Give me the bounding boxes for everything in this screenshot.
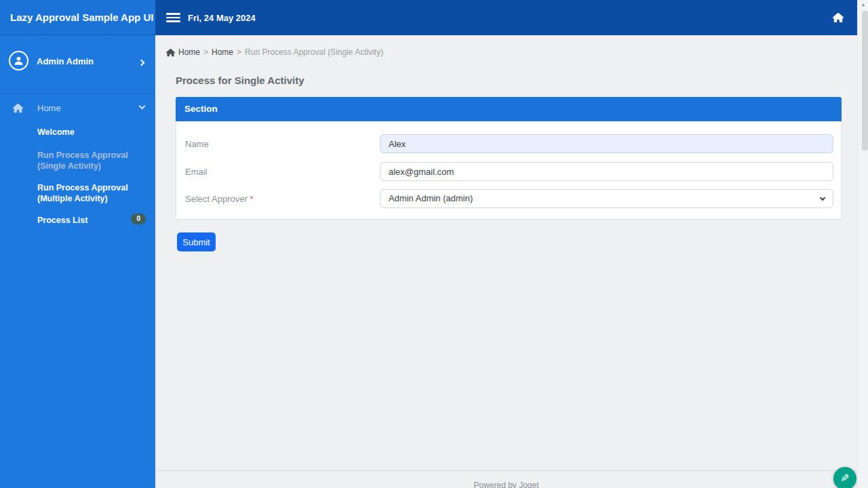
app-title: Lazy Approval Sample App UI (0, 0, 155, 35)
user-name: Admin Admin (37, 56, 94, 66)
form-row-name: Name (176, 134, 841, 153)
topbar: Fri, 24 May 2024 (155, 0, 857, 35)
breadcrumb-separator: > (203, 47, 208, 57)
form-row-approver: Select Approver * Admin Admin (admin) (176, 189, 841, 208)
menu-toggle-icon[interactable] (166, 13, 180, 22)
sidebar-item-run-process-multiple[interactable]: Run Process Approval (Multiple Activity) (37, 182, 146, 204)
user-profile[interactable]: Admin Admin (0, 36, 155, 94)
section-header: Section (176, 97, 842, 121)
breadcrumb-home[interactable]: Home (178, 47, 200, 57)
process-list-count-badge[interactable]: 0 (131, 214, 146, 224)
sidebar-home-label: Home (37, 103, 61, 113)
form-body: Name Email Select Approver * Admin Admin… (176, 121, 842, 220)
chevron-down-icon (820, 195, 825, 201)
scrollbar[interactable]: ▲ (857, 0, 868, 488)
name-label: Name (185, 139, 209, 149)
approver-select[interactable]: Admin Admin (admin) (380, 189, 833, 208)
chevron-right-icon[interactable] (138, 60, 145, 66)
home-icon (166, 48, 175, 57)
form-card: Section Name Email Select Approver * Adm… (176, 97, 842, 220)
required-asterisk: * (250, 194, 253, 204)
avatar[interactable] (9, 51, 28, 70)
footer: Powered by Joget (155, 470, 857, 488)
sidebar-item-run-process-single[interactable]: Run Process Approval (Single Activity) (37, 150, 146, 171)
approver-label: Select Approver * (185, 194, 253, 204)
pencil-icon: ✎ (840, 467, 849, 488)
sidebar-item-process-list[interactable]: Process List (37, 215, 146, 226)
breadcrumb-current: Run Process Approval (Single Activity) (245, 47, 383, 57)
topbar-date: Fri, 24 May 2024 (188, 13, 256, 23)
edit-fab-button[interactable]: ✎ (833, 467, 856, 488)
scroll-up-icon[interactable]: ▲ (858, 2, 868, 7)
approver-selected-value: Admin Admin (admin) (389, 193, 473, 203)
sidebar: Lazy Approval Sample App UI Admin Admin … (0, 0, 155, 488)
breadcrumb-home-2[interactable]: Home (212, 47, 233, 57)
breadcrumb-separator: > (237, 47, 241, 57)
user-icon (12, 54, 25, 67)
email-label: Email (185, 167, 208, 177)
sidebar-item-home[interactable]: Home (0, 94, 155, 122)
form-row-email: Email (176, 162, 841, 181)
main-content: Home > Home > Run Process Approval (Sing… (155, 35, 857, 488)
sidebar-item-welcome[interactable]: Welcome (37, 127, 146, 138)
breadcrumb: Home > Home > Run Process Approval (Sing… (166, 47, 383, 57)
chevron-down-icon (139, 103, 146, 110)
submit-button[interactable]: Submit (177, 232, 216, 251)
scrollbar-thumb[interactable] (862, 11, 868, 150)
page-title: Process for Single Activity (176, 75, 304, 86)
home-icon (13, 103, 23, 113)
footer-text: Powered by Joget (155, 481, 857, 488)
name-field[interactable] (380, 134, 833, 153)
email-field[interactable] (380, 162, 833, 181)
home-icon[interactable] (833, 12, 844, 23)
